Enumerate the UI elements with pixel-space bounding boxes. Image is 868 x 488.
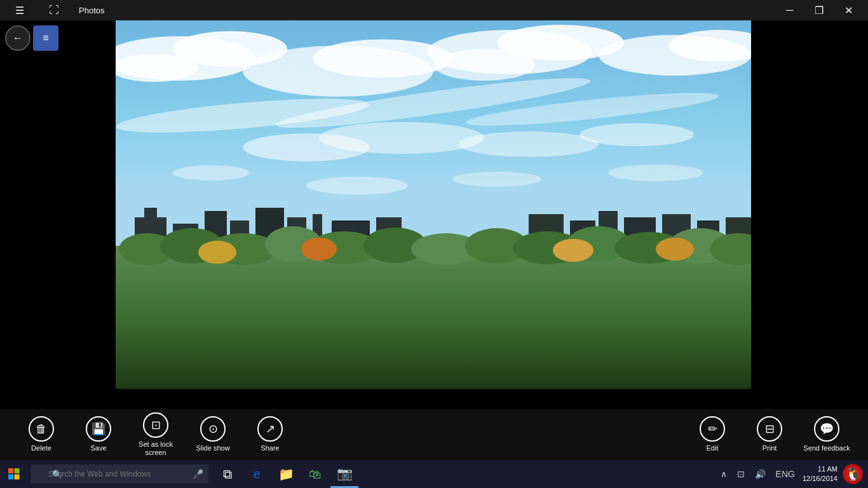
- print-icon: ⊟: [757, 416, 782, 442]
- share-icon: ↗: [257, 416, 283, 442]
- language-indicator[interactable]: ENG: [773, 469, 797, 479]
- photos-app[interactable]: 📷: [330, 460, 358, 488]
- bottom-toolbar: 🗑 Delete 💾 Save ⊡ Set as lock screen ⊙ S…: [0, 409, 868, 460]
- toolbar-right: ✏ Edit ⊟ Print 💬 Send feedback: [684, 411, 855, 458]
- volume-icon[interactable]: 🔊: [752, 469, 768, 479]
- back-button[interactable]: ←: [5, 25, 31, 51]
- chevron-up-icon[interactable]: ∧: [718, 469, 729, 479]
- photo-svg: [116, 20, 751, 389]
- titlebar-left: ☰ ⛶ Photos: [5, 0, 104, 20]
- delete-icon: 🗑: [29, 416, 54, 442]
- search-container: 🔍 🎤: [28, 464, 208, 484]
- title-bar: ☰ ⛶ Photos ─ ❐ ✕: [0, 0, 868, 20]
- svg-point-54: [198, 241, 236, 264]
- slide-show-button[interactable]: ⊙ Slide show: [184, 411, 241, 458]
- edit-button[interactable]: ✏ Edit: [684, 411, 741, 458]
- svg-point-21: [608, 165, 703, 181]
- avatar-icon: 🐧: [845, 466, 861, 482]
- minimize-button[interactable]: ─: [775, 0, 804, 20]
- network-icon[interactable]: ⊡: [735, 469, 747, 479]
- edit-icon: ✏: [700, 416, 725, 442]
- save-button[interactable]: 💾 Save: [70, 411, 127, 458]
- clock[interactable]: 11 AM 12/16/2014: [803, 464, 837, 484]
- microphone-icon[interactable]: 🎤: [193, 469, 203, 479]
- start-button[interactable]: [0, 460, 28, 488]
- svg-rect-59: [15, 468, 20, 473]
- set-lock-screen-button[interactable]: ⊡ Set as lock screen: [127, 407, 184, 462]
- share-button[interactable]: ↗ Share: [241, 411, 299, 458]
- search-icon: 🔍: [52, 470, 62, 479]
- delete-button[interactable]: 🗑 Delete: [13, 411, 70, 458]
- svg-point-55: [301, 238, 337, 261]
- windows-logo-icon: [8, 468, 20, 480]
- lock-screen-icon: ⊡: [143, 412, 168, 438]
- store-app[interactable]: 🛍: [301, 460, 329, 488]
- photo-viewer: [116, 20, 751, 389]
- maximize-button[interactable]: ❐: [804, 0, 834, 20]
- window-controls: ─ ❐ ✕: [775, 0, 863, 20]
- svg-point-16: [459, 132, 599, 157]
- svg-point-57: [656, 238, 694, 261]
- svg-point-17: [580, 123, 694, 146]
- fullscreen-button[interactable]: ⛶: [39, 0, 69, 20]
- hamburger-button[interactable]: ☰: [5, 0, 34, 20]
- top-nav: ← ≡: [0, 20, 64, 56]
- svg-point-18: [173, 165, 249, 180]
- svg-point-15: [319, 122, 484, 154]
- app-title: Photos: [79, 6, 104, 15]
- menu-button[interactable]: ≡: [33, 25, 58, 51]
- svg-point-20: [452, 172, 541, 187]
- file-explorer-app[interactable]: 📁: [272, 460, 300, 488]
- save-icon: 💾: [86, 416, 111, 442]
- task-view-button[interactable]: ⧉: [214, 460, 241, 488]
- svg-point-8: [433, 49, 535, 81]
- send-feedback-button[interactable]: 💬 Send feedback: [798, 411, 855, 458]
- svg-rect-60: [8, 475, 13, 480]
- svg-rect-40: [116, 246, 751, 389]
- svg-rect-61: [15, 475, 20, 480]
- taskbar-right: ∧ ⊡ 🔊 ENG 11 AM 12/16/2014 🐧: [718, 464, 868, 484]
- print-button[interactable]: ⊟ Print: [741, 411, 798, 458]
- avatar[interactable]: 🐧: [843, 464, 863, 484]
- svg-point-19: [306, 177, 408, 194]
- svg-point-56: [553, 239, 593, 262]
- taskbar-apps: ⧉ e 📁 🛍 📷: [214, 460, 358, 488]
- close-button[interactable]: ✕: [834, 0, 863, 20]
- toolbar-left: 🗑 Delete 💾 Save ⊡ Set as lock screen ⊙ S…: [13, 407, 299, 462]
- taskbar: 🔍 🎤 ⧉ e 📁 🛍 📷 ∧ ⊡ 🔊 ENG 11 AM 12/16/2014…: [0, 460, 868, 488]
- slide-show-icon: ⊙: [200, 416, 226, 442]
- send-feedback-icon: 💬: [814, 416, 839, 442]
- svg-rect-58: [8, 468, 13, 473]
- photo-scene: [116, 20, 751, 389]
- ie-app[interactable]: e: [243, 460, 271, 488]
